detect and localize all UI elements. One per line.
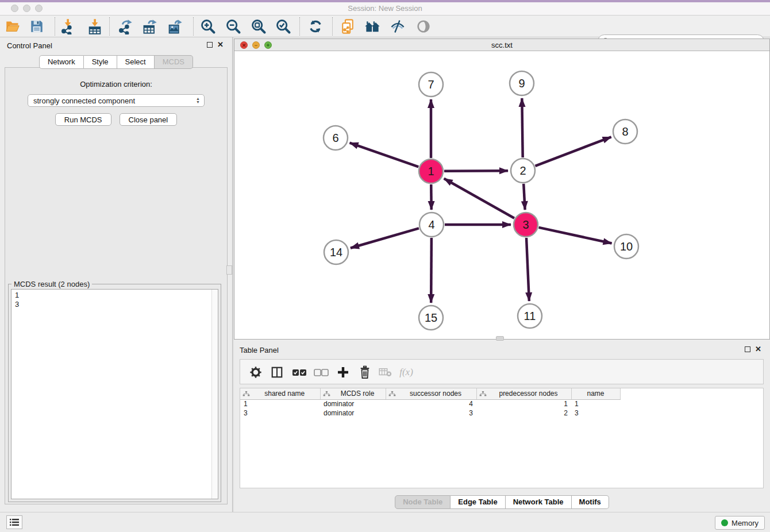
export-table-icon[interactable]: [141, 18, 159, 35]
add-column-icon[interactable]: [334, 364, 352, 381]
float-panel-icon[interactable]: [207, 42, 213, 48]
open-file-icon[interactable]: [3, 18, 22, 35]
table-row[interactable]: 3 dominator 3 2 3: [240, 408, 620, 418]
delete-table-icon[interactable]: [377, 364, 394, 381]
clone-network-icon[interactable]: [338, 18, 357, 35]
import-network-icon[interactable]: [59, 18, 77, 35]
cell-successor-nodes[interactable]: 3: [386, 408, 476, 418]
cell-predecessor-nodes[interactable]: 2: [476, 408, 571, 418]
cell-predecessor-nodes[interactable]: 1: [476, 399, 571, 408]
graph-node-label-8: 8: [622, 125, 628, 138]
graph-node-label-9: 9: [518, 77, 525, 90]
task-history-button[interactable]: [6, 515, 22, 529]
network-window-title: scc.txt: [234, 41, 769, 49]
import-table-icon[interactable]: [86, 18, 104, 35]
cell-mcds-role[interactable]: dominator: [320, 399, 386, 408]
graph-edge-1-2[interactable]: [444, 171, 508, 171]
graph-edge-3-10[interactable]: [538, 228, 611, 244]
mcds-result-box[interactable]: 1 3: [11, 289, 218, 499]
tab-mcds[interactable]: MCDS: [155, 55, 193, 69]
graph-edge-3-11[interactable]: [526, 238, 529, 301]
dropdown-stepper-icon: ▲▼: [196, 97, 200, 104]
zoom-in-icon[interactable]: [199, 18, 217, 35]
float-table-panel-icon[interactable]: [745, 346, 750, 352]
select-all-checkboxes-icon[interactable]: [291, 364, 308, 381]
refresh-icon[interactable]: [306, 18, 325, 35]
home-icon[interactable]: [363, 18, 382, 35]
hierarchy-icon: [323, 391, 330, 399]
control-panel-header: Control Panel ✕: [0, 37, 232, 52]
run-mcds-button[interactable]: Run MCDS: [55, 113, 111, 126]
memory-button[interactable]: Memory: [715, 516, 765, 530]
panel-divider-grip[interactable]: [226, 265, 232, 275]
show-eye-icon[interactable]: [414, 18, 433, 35]
column-header-mcds-role[interactable]: MCDS role: [320, 388, 386, 399]
table-row[interactable]: 1 dominator 4 1 1: [240, 399, 620, 408]
network-window: ✕ − + scc.txt 7968124314101511: [234, 38, 770, 340]
export-image-icon[interactable]: [166, 18, 184, 35]
table-panel: Table Panel ✕ f(x): [234, 342, 770, 512]
toolbar-separator: [55, 17, 55, 36]
zoom-out-icon[interactable]: [224, 18, 242, 35]
tab-style[interactable]: Style: [84, 55, 117, 69]
delete-column-icon[interactable]: [356, 364, 374, 381]
graph-node-label-7: 7: [428, 78, 434, 91]
settings-gear-icon[interactable]: [247, 364, 264, 381]
column-header-successor-nodes[interactable]: successor nodes: [386, 388, 476, 399]
control-panel-tabs: Network Style Select MCDS: [0, 55, 232, 69]
tab-node-table[interactable]: Node Table: [395, 495, 451, 509]
tab-edge-table[interactable]: Edge Table: [451, 495, 505, 509]
cell-shared-name[interactable]: 1: [240, 399, 320, 408]
cell-shared-name[interactable]: 3: [240, 408, 320, 418]
hide-eye-icon[interactable]: [388, 18, 407, 35]
graph-edge-2-8[interactable]: [535, 137, 611, 166]
result-scrollbar[interactable]: [211, 290, 218, 499]
toolbar-separator: [109, 17, 110, 36]
tab-select[interactable]: Select: [117, 55, 155, 69]
main-toolbar: [0, 16, 770, 37]
graph-edge-3-1[interactable]: [444, 179, 514, 218]
graph-edge-2-9[interactable]: [522, 98, 522, 157]
window-titlebar: Session: New Session: [0, 0, 770, 16]
column-layout-icon[interactable]: [268, 364, 286, 381]
graph-node-label-10: 10: [620, 240, 633, 253]
column-header-name[interactable]: name: [571, 388, 620, 399]
export-network-icon[interactable]: [116, 18, 134, 35]
control-panel-title: Control Panel: [7, 41, 52, 50]
mcds-result-text: 1 3: [11, 290, 218, 310]
graph-edge-1-6[interactable]: [350, 143, 419, 167]
mcds-result-title: MCDS result (2 nodes): [11, 280, 92, 288]
column-header-predecessor-nodes[interactable]: predecessor nodes: [476, 388, 571, 399]
graph-node-label-4: 4: [428, 218, 434, 231]
toolbar-separator: [299, 17, 300, 36]
cell-mcds-role[interactable]: dominator: [320, 408, 386, 418]
network-window-titlebar[interactable]: ✕ − + scc.txt: [234, 39, 769, 51]
memory-label: Memory: [732, 519, 759, 527]
close-panel-icon[interactable]: ✕: [217, 40, 224, 49]
function-builder-icon[interactable]: f(x): [398, 364, 415, 381]
zoom-fit-icon[interactable]: [249, 18, 268, 35]
close-panel-button[interactable]: Close panel: [120, 113, 178, 126]
cell-successor-nodes[interactable]: 4: [386, 399, 476, 408]
tab-network[interactable]: Network: [39, 55, 84, 69]
node-table[interactable]: shared name MCDS role successor nodes pr…: [240, 388, 764, 488]
criterion-dropdown[interactable]: strongly connected component ▲▼: [28, 94, 205, 107]
column-header-shared-name[interactable]: shared name: [240, 388, 320, 399]
graph-edge-4-14[interactable]: [351, 228, 419, 248]
network-frame-grip[interactable]: [496, 336, 504, 341]
tab-motifs[interactable]: Motifs: [572, 495, 609, 509]
graph-edge-2-3[interactable]: [523, 184, 525, 210]
deselect-all-checkboxes-icon[interactable]: [313, 364, 330, 381]
save-session-icon[interactable]: [28, 18, 46, 35]
graph-node-label-2: 2: [519, 164, 526, 177]
network-canvas[interactable]: 7968124314101511: [234, 51, 769, 339]
close-table-panel-icon[interactable]: ✕: [755, 345, 761, 353]
criterion-dropdown-value: strongly connected component: [33, 97, 135, 105]
graph-edge-4-15[interactable]: [431, 238, 432, 303]
optimization-criterion-label: Optimization criterion:: [5, 80, 227, 88]
graph-node-label-14: 14: [330, 246, 342, 259]
zoom-selected-icon[interactable]: [274, 18, 292, 35]
cell-name[interactable]: 3: [571, 408, 620, 418]
tab-network-table[interactable]: Network Table: [506, 495, 572, 509]
cell-name[interactable]: 1: [571, 399, 620, 408]
